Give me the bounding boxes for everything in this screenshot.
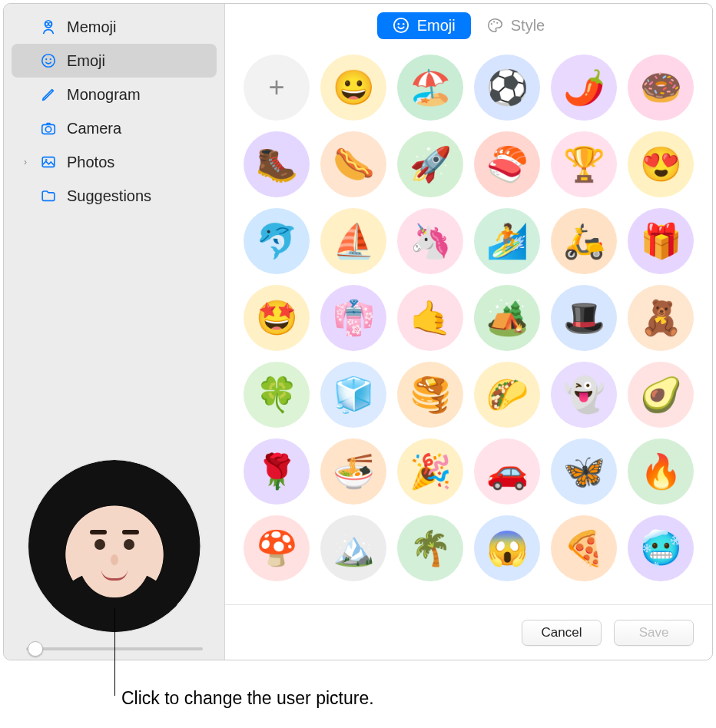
svg-point-13	[491, 23, 492, 25]
svg-point-15	[496, 22, 498, 24]
emoji-option[interactable]: 🌹	[244, 438, 310, 505]
emoji-option[interactable]: ⛵	[320, 208, 386, 274]
zoom-slider-thumb[interactable]	[28, 641, 43, 657]
memoji-icon	[39, 18, 58, 36]
footer-bar: Cancel Save	[225, 604, 712, 660]
emoji-option[interactable]: 🍀	[244, 362, 310, 428]
svg-point-7	[45, 127, 51, 132]
emoji-option[interactable]: 🌮	[474, 362, 540, 428]
sidebar-item-label: Emoji	[67, 52, 105, 70]
callout-line	[114, 608, 115, 696]
emoji-option[interactable]: 🍜	[320, 438, 386, 505]
palette-icon	[486, 17, 503, 34]
svg-point-9	[45, 159, 48, 161]
sidebar-list: MemojiEmojiMonogramCamera›PhotosSuggesti…	[4, 10, 224, 213]
emoji-option[interactable]: 🍕	[551, 515, 617, 581]
emoji-option[interactable]: 👘	[320, 285, 386, 351]
emoji-option[interactable]: 🥞	[397, 362, 463, 428]
emoji-option[interactable]: 🥶	[628, 515, 694, 581]
tab-style-label: Style	[511, 17, 545, 35]
emoji-option[interactable]: 🌴	[397, 515, 463, 581]
pencil-icon	[39, 85, 58, 104]
main-panel: Emoji Style +😀🏖️⚽🌶️🍩🥾🌭🚀🍣🏆😍🐬⛵🦄🏄🛵🎁🤩👘🤙🏕️🎩🧸🍀…	[225, 4, 712, 660]
svg-point-5	[50, 58, 51, 60]
emoji-icon	[39, 51, 58, 70]
svg-point-1	[45, 22, 48, 26]
sidebar-item-monogram[interactable]: Monogram	[12, 78, 217, 111]
sidebar-item-label: Photos	[67, 154, 114, 171]
sidebar: MemojiEmojiMonogramCamera›PhotosSuggesti…	[4, 4, 225, 660]
emoji-grid-area: +😀🏖️⚽🌶️🍩🥾🌭🚀🍣🏆😍🐬⛵🦄🏄🛵🎁🤩👘🤙🏕️🎩🧸🍀🧊🥞🌮👻🥑🌹🍜🎉🚗🦋🔥🍄…	[225, 47, 712, 604]
emoji-option[interactable]: ⚽	[474, 55, 540, 121]
emoji-grid: +😀🏖️⚽🌶️🍩🥾🌭🚀🍣🏆😍🐬⛵🦄🏄🛵🎁🤩👘🤙🏕️🎩🧸🍀🧊🥞🌮👻🥑🌹🍜🎉🚗🦋🔥🍄…	[240, 51, 697, 581]
callout-text: Click to change the user picture.	[121, 688, 374, 709]
emoji-option[interactable]: 🤙	[397, 285, 463, 351]
emoji-option[interactable]: 👻	[551, 362, 617, 428]
sidebar-item-camera[interactable]: Camera	[12, 111, 217, 145]
svg-point-10	[394, 18, 408, 32]
tab-emoji[interactable]: Emoji	[377, 12, 471, 39]
sidebar-item-photos[interactable]: ›Photos	[12, 145, 217, 179]
user-picture-window: MemojiEmojiMonogramCamera›PhotosSuggesti…	[3, 3, 713, 660]
emoji-option[interactable]: 🍄	[244, 515, 310, 581]
tab-style[interactable]: Style	[471, 12, 560, 39]
emoji-option[interactable]: 🚀	[397, 131, 463, 197]
emoji-option[interactable]: 🏖️	[397, 55, 463, 121]
emoji-option[interactable]: 🌭	[320, 131, 386, 197]
emoji-option[interactable]: 😱	[474, 515, 540, 581]
sidebar-item-label: Monogram	[67, 86, 141, 104]
emoji-option[interactable]: 🥾	[244, 131, 310, 197]
emoji-option[interactable]: 🐬	[244, 208, 310, 274]
emoji-option[interactable]: 😍	[628, 131, 694, 197]
emoji-option[interactable]: 🤩	[244, 285, 310, 351]
avatar-preview[interactable]	[28, 460, 201, 632]
svg-rect-8	[42, 157, 55, 167]
save-button-label: Save	[639, 625, 669, 640]
emoji-option[interactable]: 🎉	[397, 438, 463, 505]
cancel-button-label: Cancel	[542, 625, 582, 640]
svg-point-3	[42, 55, 55, 68]
sidebar-item-label: Memoji	[67, 18, 116, 36]
disclosure-icon: ›	[21, 157, 30, 167]
emoji-option[interactable]: 🚗	[474, 438, 540, 505]
emoji-option[interactable]: 🎁	[628, 208, 694, 274]
save-button: Save	[614, 620, 694, 646]
tab-emoji-label: Emoji	[417, 17, 456, 35]
sidebar-item-suggestions[interactable]: Suggestions	[12, 179, 217, 213]
emoji-option[interactable]: 🏕️	[474, 285, 540, 351]
emoji-option[interactable]: 🛵	[551, 208, 617, 274]
sidebar-item-label: Camera	[67, 120, 121, 137]
sidebar-item-label: Suggestions	[67, 187, 151, 205]
emoji-option[interactable]: 🍩	[628, 55, 694, 121]
tab-bar: Emoji Style	[225, 4, 712, 47]
add-emoji-button[interactable]: +	[244, 55, 310, 121]
svg-point-11	[397, 23, 399, 25]
emoji-option[interactable]: 😀	[320, 55, 386, 121]
emoji-option[interactable]: 🏆	[551, 131, 617, 197]
folder-icon	[39, 187, 58, 205]
emoji-option[interactable]: 🔥	[628, 438, 694, 505]
emoji-option[interactable]: 🥑	[628, 362, 694, 428]
emoji-option[interactable]: 🦄	[397, 208, 463, 274]
svg-point-2	[48, 22, 51, 26]
sidebar-item-memoji[interactable]: Memoji	[12, 10, 217, 44]
emoji-option[interactable]: 🦋	[551, 438, 617, 505]
emoji-option[interactable]: 🏄	[474, 208, 540, 274]
emoji-option[interactable]: 🎩	[551, 285, 617, 351]
svg-point-14	[493, 21, 495, 22]
camera-icon	[39, 119, 58, 137]
emoji-option[interactable]: 🍣	[474, 131, 540, 197]
emoji-option[interactable]: 🌶️	[551, 55, 617, 121]
sidebar-item-emoji[interactable]: Emoji	[12, 44, 217, 78]
emoji-icon	[393, 17, 409, 34]
svg-point-4	[45, 58, 47, 60]
emoji-option[interactable]: 🧊	[320, 362, 386, 428]
svg-point-12	[403, 23, 405, 25]
photos-icon	[39, 153, 58, 171]
emoji-option[interactable]: 🧸	[628, 285, 694, 351]
emoji-option[interactable]: 🏔️	[320, 515, 386, 581]
cancel-button[interactable]: Cancel	[522, 620, 602, 646]
